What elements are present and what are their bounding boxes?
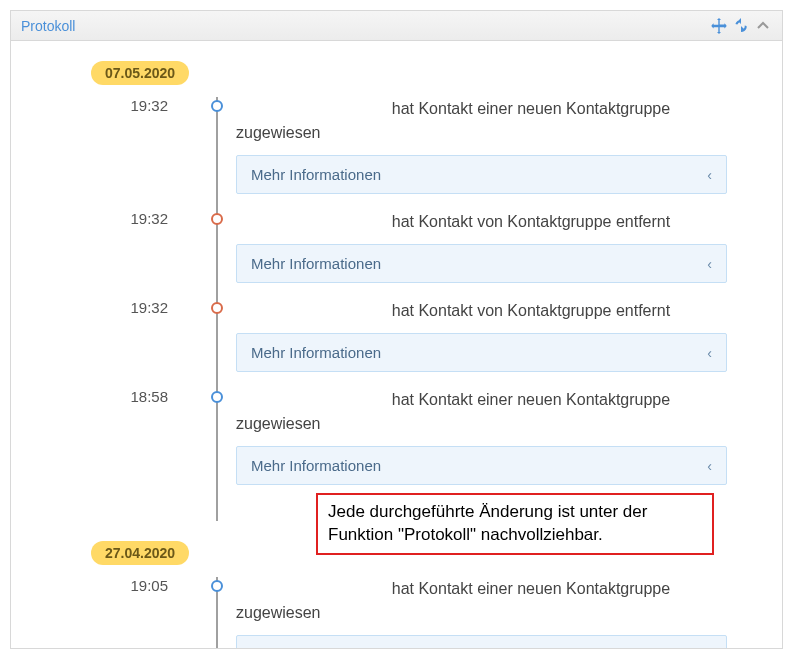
more-info-label: Mehr Informationen <box>251 255 381 272</box>
entry-time: 19:32 <box>56 299 186 380</box>
panel-body: 07.05.2020 19:32 _________________ hat K… <box>11 41 782 648</box>
entry-content: _________________ hat Kontakt einer neue… <box>236 97 737 202</box>
annotation-text: Jede durchgeführte Änderung ist unter de… <box>328 502 647 544</box>
entry-text: _________________ hat Kontakt von Kontak… <box>236 299 727 323</box>
entry-dot-assigned-icon <box>211 580 223 592</box>
entry-dot-removed-icon <box>211 213 223 225</box>
chevron-left-icon: ‹ <box>707 458 712 474</box>
more-info-label: Mehr Informationen <box>251 457 381 474</box>
date-badge: 27.04.2020 <box>91 541 189 565</box>
panel-header: Protokoll <box>11 11 782 41</box>
date-badge: 07.05.2020 <box>91 61 189 85</box>
more-info-toggle[interactable]: Mehr Informationen ‹ <box>236 446 727 485</box>
entry-dot-assigned-icon <box>211 391 223 403</box>
timeline-entry: 19:32 _________________ hat Kontakt von … <box>56 210 737 291</box>
entry-content: _________________ hat Kontakt einer neue… <box>236 577 737 648</box>
timeline-entry: 19:32 _________________ hat Kontakt eine… <box>56 97 737 202</box>
protokoll-panel: Protokoll 07.05.2020 19:32 _____________… <box>10 10 783 649</box>
timeline-entry: 19:32 _________________ hat Kontakt von … <box>56 299 737 380</box>
timeline-entry: 19:05 _________________ hat Kontakt eine… <box>56 577 737 648</box>
timeline-section: 19:05 _________________ hat Kontakt eine… <box>56 577 737 648</box>
entry-text: _________________ hat Kontakt von Kontak… <box>236 210 727 234</box>
entry-content: _________________ hat Kontakt von Kontak… <box>236 299 737 380</box>
collapse-icon[interactable] <box>754 17 772 35</box>
timeline-entry: 18:58 _________________ hat Kontakt eine… <box>56 388 737 493</box>
move-icon[interactable] <box>710 17 728 35</box>
entry-dot-assigned-icon <box>211 100 223 112</box>
entry-text: _________________ hat Kontakt einer neue… <box>236 388 727 436</box>
annotation-callout: Jede durchgeführte Änderung ist unter de… <box>316 493 714 555</box>
more-info-label: Mehr Informationen <box>251 344 381 361</box>
chevron-left-icon: ‹ <box>707 167 712 183</box>
more-info-toggle[interactable]: Mehr Informationen ‹ <box>236 155 727 194</box>
entry-text: _________________ hat Kontakt einer neue… <box>236 97 727 145</box>
panel-title: Protokoll <box>21 18 75 34</box>
entry-time: 19:32 <box>56 210 186 291</box>
more-info-toggle[interactable]: Mehr Informationen ‹ <box>236 333 727 372</box>
chevron-left-icon: ‹ <box>707 256 712 272</box>
entry-time: 18:58 <box>56 388 186 493</box>
more-info-label: Mehr Informationen <box>251 166 381 183</box>
entry-content: _________________ hat Kontakt einer neue… <box>236 388 737 493</box>
more-info-label: Mehr Informationen <box>251 646 381 648</box>
chevron-left-icon: ‹ <box>707 647 712 649</box>
entry-content: _________________ hat Kontakt von Kontak… <box>236 210 737 291</box>
more-info-toggle[interactable]: Mehr Informationen ‹ <box>236 635 727 648</box>
more-info-toggle[interactable]: Mehr Informationen ‹ <box>236 244 727 283</box>
entry-time: 19:32 <box>56 97 186 202</box>
panel-actions <box>710 17 772 35</box>
refresh-icon[interactable] <box>732 17 750 35</box>
entry-dot-removed-icon <box>211 302 223 314</box>
chevron-left-icon: ‹ <box>707 345 712 361</box>
entry-time: 19:05 <box>56 577 186 648</box>
entry-text: _________________ hat Kontakt einer neue… <box>236 577 727 625</box>
timeline-section: 19:32 _________________ hat Kontakt eine… <box>56 97 737 521</box>
